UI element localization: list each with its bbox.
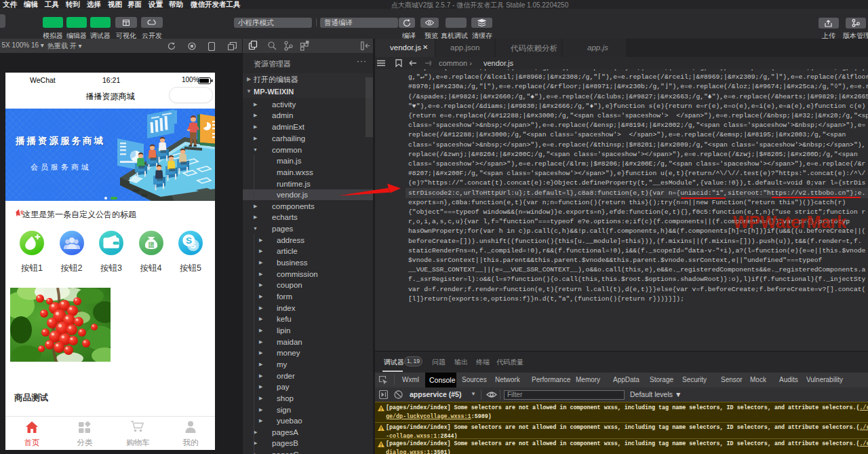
svg-text:S: S [186,235,192,246]
svg-text:团: 团 [148,241,154,248]
